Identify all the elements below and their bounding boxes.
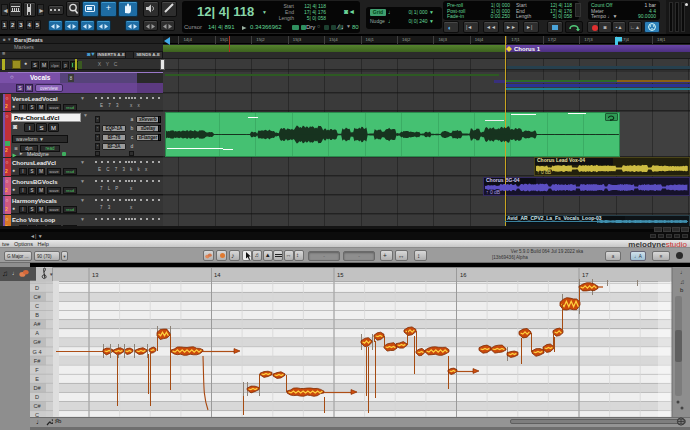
svg-text:E: E <box>35 376 39 382</box>
svg-text:♫: ♫ <box>680 279 685 285</box>
svg-text:16: 16 <box>460 272 466 278</box>
svg-text:B: B <box>35 312 39 318</box>
svg-text:G 4: G 4 <box>32 349 41 355</box>
svg-text:F: F <box>35 367 39 373</box>
svg-text:17: 17 <box>582 272 588 278</box>
svg-text:C#: C# <box>33 294 41 300</box>
svg-text:C#: C# <box>33 403 41 409</box>
svg-text:15: 15 <box>337 272 343 278</box>
svg-text:D: D <box>35 394 39 400</box>
svg-text:A#: A# <box>34 321 42 327</box>
svg-text:G#: G# <box>33 339 41 345</box>
svg-text:14: 14 <box>214 272 221 278</box>
svg-text:♩: ♩ <box>680 269 686 275</box>
svg-text:A: A <box>35 330 39 336</box>
svg-text:13: 13 <box>92 272 98 278</box>
svg-text:D#: D# <box>33 385 41 391</box>
svg-text:C: C <box>35 303 39 309</box>
svg-text:D: D <box>35 285 39 291</box>
svg-text:F#: F# <box>34 358 41 364</box>
